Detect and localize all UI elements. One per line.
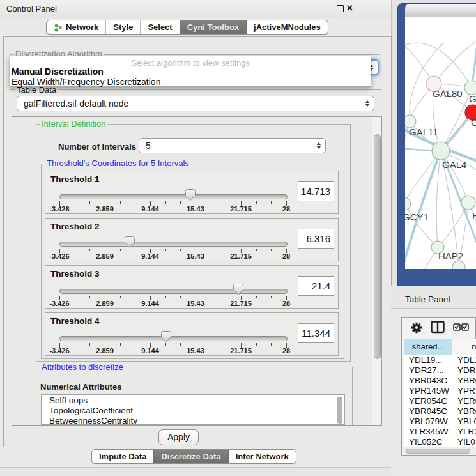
node-top-right[interactable] xyxy=(464,81,476,95)
slider-thumb[interactable] xyxy=(160,330,172,343)
table-row[interactable]: YBL079WYBL0 xyxy=(404,417,476,427)
list-scrollbar-thumb[interactable] xyxy=(337,397,342,424)
slider-tick-label: 9.144 xyxy=(131,300,169,307)
threshold-value-field[interactable]: 21.4 xyxy=(298,276,334,296)
float-panel-icon[interactable] xyxy=(337,5,344,12)
slider-tick xyxy=(256,343,257,346)
slider-tick xyxy=(271,249,272,251)
node-h[interactable] xyxy=(461,196,475,210)
table-panel-titlebar: Table Panel xyxy=(391,286,476,309)
apply-button[interactable]: Apply xyxy=(158,429,199,445)
threshold-panel-2: Threshold 2-3.4262.8599.14415.4321.71528… xyxy=(45,218,339,261)
tab-label: Cyni Toolbox xyxy=(187,22,239,32)
node-gcy1[interactable] xyxy=(405,197,411,210)
slider-tick xyxy=(75,296,75,298)
threshold-label: Threshold 1 xyxy=(50,174,100,184)
settings-scrollpane: Interval Definition Number of Intervals … xyxy=(12,116,382,426)
tab-jactivemnodules[interactable]: jActiveMNodules xyxy=(246,20,328,34)
table-header-shared-name[interactable]: shared... xyxy=(404,339,452,355)
slider-tick xyxy=(211,201,211,204)
interval-definition-group-label: Interval Definition xyxy=(40,119,107,128)
slider-tick-label: 9.144 xyxy=(131,347,169,355)
tab-impute-data[interactable]: Impute Data xyxy=(92,450,153,463)
select-all-checkbox-icon[interactable] xyxy=(453,323,461,331)
slider-tick xyxy=(75,343,75,346)
cell-shared-name: YDR27... xyxy=(404,365,452,376)
table-row[interactable]: YDL19...YDL1 xyxy=(404,355,476,365)
node-bottom[interactable] xyxy=(452,261,465,269)
slider-track[interactable] xyxy=(59,194,288,199)
horizontal-scrollbar-track[interactable] xyxy=(404,447,476,455)
attribute-item[interactable]: SelfLoops xyxy=(42,395,344,405)
table-header-name[interactable]: na xyxy=(452,339,476,355)
node-label-ga: GA xyxy=(469,93,476,104)
tab-label: Network xyxy=(66,22,98,32)
tab-infer-network[interactable]: Infer Network xyxy=(228,450,296,463)
vertical-scrollbar-thumb[interactable] xyxy=(374,134,381,359)
attribute-item[interactable]: TopologicalCoefficient xyxy=(42,405,344,415)
table-row[interactable]: YIL052CYIL0 xyxy=(404,437,476,447)
table-row[interactable]: YDR27...YDR2 xyxy=(404,365,476,376)
vertical-scrollbar-track[interactable] xyxy=(372,117,381,425)
threshold-value-field[interactable]: 11.344 xyxy=(298,323,334,343)
gear-icon[interactable] xyxy=(410,321,423,334)
slider-tick-label: 15.43 xyxy=(176,205,215,213)
tab-style[interactable]: Style xyxy=(105,20,140,34)
node-label-c: C xyxy=(471,117,476,128)
close-icon[interactable]: ✕ xyxy=(346,3,353,13)
slider-tick xyxy=(135,201,135,204)
numerical-attributes-list[interactable]: SelfLoopsTopologicalCoefficientBetweenne… xyxy=(41,394,345,425)
algorithm-dropdown-popup: Select algorithm to view settings Manual… xyxy=(10,56,371,87)
slider-tick xyxy=(165,296,166,298)
table-row[interactable]: YLR345WYLR3 xyxy=(404,427,476,437)
cell-name: YIL0 xyxy=(452,437,475,447)
number-of-intervals-combobox[interactable]: 5 xyxy=(139,138,326,153)
slider-track[interactable] xyxy=(59,289,288,294)
slider-tick-label: 21.715 xyxy=(222,252,260,260)
popup-item-equal-width-frequency[interactable]: Equal Width/Frequency Discretization xyxy=(12,77,160,87)
split-columns-icon[interactable] xyxy=(431,321,445,334)
slider-track[interactable] xyxy=(59,242,288,247)
tab-cyni-toolbox[interactable]: Cyni Toolbox xyxy=(180,20,246,34)
tab-discretize-data[interactable]: Discretize Data xyxy=(153,450,227,463)
tab-network[interactable]: Network xyxy=(47,20,105,34)
slider-tick xyxy=(120,201,121,204)
slider-thumb[interactable] xyxy=(124,236,135,249)
threshold-value-field[interactable]: 14.713 xyxy=(298,181,334,201)
slider-track[interactable] xyxy=(59,336,288,341)
slider-thumb[interactable] xyxy=(185,188,196,201)
slider-tick-label: 21.715 xyxy=(222,300,260,307)
control-panel-titlebar: Control Panel ✕ xyxy=(0,0,391,18)
table-data-combobox[interactable]: galFiltered.sif default node xyxy=(17,96,374,111)
network-window-titlebar[interactable] xyxy=(405,4,476,18)
horizontal-scrollbar-thumb[interactable] xyxy=(406,449,470,454)
node-gal11[interactable] xyxy=(405,115,416,128)
application-root: Control Panel ✕ NetworkStyleSelectCyni T… xyxy=(0,0,476,476)
slider-tick xyxy=(180,201,181,204)
table-row[interactable]: YPR145WYPR1 xyxy=(404,386,476,396)
panel-title: Control Panel xyxy=(6,4,57,13)
popup-item-manual-discretization[interactable]: Manual Discretization xyxy=(12,66,104,77)
threshold-label: Threshold 4 xyxy=(50,316,100,326)
attribute-item[interactable]: BetweennessCentrality xyxy=(42,415,344,425)
table-row[interactable]: YER054CYER0 xyxy=(404,396,476,406)
slider-tick xyxy=(226,296,226,298)
slider-tick-label: 2.859 xyxy=(86,347,124,355)
node-label-hap2: HAP2 xyxy=(438,250,463,261)
node-gal4[interactable] xyxy=(432,142,450,160)
table-row[interactable]: YBR043CYBR0 xyxy=(404,376,476,386)
slider-tick xyxy=(135,296,135,298)
settings-viewport: Interval Definition Number of Intervals … xyxy=(12,117,372,425)
tab-select[interactable]: Select xyxy=(140,20,179,34)
table-row[interactable]: YBR045CYBR0 xyxy=(404,406,476,417)
table-panel-title: Table Panel xyxy=(405,295,450,304)
network-canvas[interactable]: GAL80GAL11GAL4GCY1HAP2HGAC xyxy=(405,17,476,269)
network-icon xyxy=(54,23,63,32)
slider-thumb[interactable] xyxy=(233,283,244,296)
slider-tick xyxy=(226,249,226,251)
select-none-checkbox-icon[interactable] xyxy=(461,323,469,331)
threshold-value-field[interactable]: 6.316 xyxy=(298,229,334,249)
node-label-gal80: GAL80 xyxy=(433,88,463,99)
slider-tick xyxy=(89,249,90,251)
slider-tick-label: 28 xyxy=(267,300,305,307)
